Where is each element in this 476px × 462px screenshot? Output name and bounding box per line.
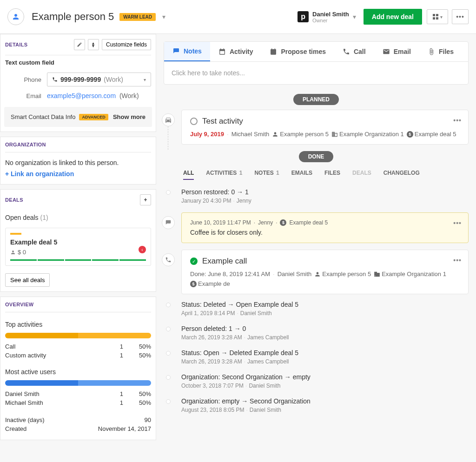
activity-author: Michael Smith [231,131,270,138]
tab-activity[interactable]: Activity [210,42,262,61]
car-icon [162,113,175,126]
note-icon [172,47,180,55]
filter-files[interactable]: FILES [324,170,340,180]
inactive-row: Inactive (days) 90 [5,416,151,424]
organization-title: ORGANIZATION [5,142,46,147]
smart-data-label: Smart Contact Data Info [11,113,75,120]
show-more-button[interactable]: Show more [113,113,145,120]
pipedrive-logo-icon: p [298,11,309,22]
log-title: Person restored: 0 → 1 [181,188,469,196]
filter-notes[interactable]: NOTES 1 [254,170,279,180]
top-activities-label: Top activities [5,321,151,328]
see-all-deals-button[interactable]: See all deals [5,273,50,287]
filter-activities[interactable]: ACTIVITIES 1 [206,170,242,180]
building-icon [374,271,380,277]
owner-name: Daniel Smith [312,11,349,18]
layout-toggle-button[interactable]: ▾ [427,9,448,24]
log-title: Organization: Second Organization → empt… [181,373,469,381]
edit-button[interactable] [74,39,85,50]
lead-badge: WARM LEAD [119,13,156,21]
tab-files[interactable]: Files [419,42,462,61]
timeline-dot [166,351,171,356]
activity-checkbox[interactable] [190,118,198,125]
activity-title: Test activity [202,117,243,126]
compose-card: Notes Activity Propose times Call Email [164,41,469,85]
deal-progress [10,259,146,261]
person-avatar[interactable] [7,8,24,25]
card-more-button[interactable]: ••• [453,257,462,264]
email-link[interactable]: example5@person.com [47,92,116,99]
page-header: Example person 5 WARM LEAD ▾ p Daniel Sm… [0,0,476,34]
sidebar: DETAILS ▴▾ Customize fields Text custom … [0,34,156,445]
timeline-dot [166,303,171,307]
overview-panel: OVERVIEW Top activities Call 1 50% Custo… [0,297,156,440]
filter-deals[interactable]: DEALS [352,170,371,180]
svg-rect-2 [433,17,435,20]
tab-call[interactable]: Call [334,42,374,61]
open-deals-count: (1) [40,214,48,221]
call-title: Example call [202,257,247,266]
add-deal-icon-button[interactable]: + [140,194,151,205]
tab-notes[interactable]: Notes [164,42,210,61]
overview-row: Daniel Smith 1 50% [5,389,151,398]
reorder-button[interactable]: ▴▾ [88,39,99,50]
activities-bar [5,333,151,338]
log-item: Person restored: 0 → 1 January 20 4:30 P… [164,188,469,204]
more-options-button[interactable]: ••• [452,9,469,24]
person-dropdown[interactable]: ▾ [160,11,167,22]
planned-activity-card[interactable]: ••• Test activity July 9, 2019 · Michael… [181,110,469,145]
deal-card[interactable]: Example deal 5 $ 0 ‹ [5,228,151,266]
svg-rect-1 [436,14,438,16]
sort-icon: ▴▾ [92,42,94,47]
note-input[interactable]: Click here to take notes... [164,62,468,84]
filter-emails[interactable]: EMAILS [291,170,312,180]
filter-all[interactable]: ALL [183,170,194,180]
chevron-down-icon: ▾ [353,13,356,20]
smart-contact-data: Smart Contact Data Info ADVANCED Show mo… [4,107,152,127]
schedule-icon [270,48,277,55]
call-timeline-icon [162,253,175,266]
note-card[interactable]: ••• June 10, 2019 11:47 PM· Jenny· $Exam… [181,212,469,243]
customize-fields-button[interactable]: Customize fields [102,39,151,50]
note-timeline-icon [162,216,175,229]
log-title: Person deleted: 1 → 0 [181,325,469,332]
deals-panel: DEALS + Open deals (1) Example deal 5 $ … [0,189,156,292]
deals-title: DEALS [5,197,23,203]
custom-field-label: Text custom field [0,55,156,70]
deal-icon: $ [280,219,286,226]
add-deal-button[interactable]: Add new deal [364,9,422,25]
person-icon [12,13,20,21]
tab-propose[interactable]: Propose times [261,42,334,61]
link-organization-button[interactable]: + Link an organization [0,170,156,184]
overview-title: OVERVIEW [5,302,34,307]
phone-icon [52,77,58,82]
phone-icon [343,48,350,55]
ellipsis-icon: ••• [456,13,464,20]
owner-selector[interactable]: p Daniel Smith Owner ▾ [298,11,356,23]
organization-panel: ORGANIZATION No organization is linked t… [0,137,156,185]
log-title: Organization: empty → Second Organizatio… [181,397,469,405]
call-card[interactable]: ••• ✓ Example call Done: June 8, 2019 12… [181,250,469,294]
pencil-icon [77,42,82,47]
planned-pill: PLANNED [293,94,339,105]
deal-icon: $ [407,131,413,138]
filter-changelog[interactable]: CHANGELOG [383,170,420,180]
details-title: DETAILS [5,42,27,47]
log-title: Status: Open → Deleted Example deal 5 [181,349,469,356]
activity-checkbox-done[interactable]: ✓ [190,257,198,265]
owner-role: Owner [312,18,349,23]
filter-tabs: ALL ACTIVITIES 1 NOTES 1 EMAILS FILES DE… [183,170,469,180]
plus-icon: + [144,197,147,203]
tab-email[interactable]: Email [374,42,419,61]
phone-label: Phone [5,76,47,83]
card-more-button[interactable]: ••• [453,117,462,124]
phone-select[interactable]: 999-999-9999 (Work) [47,73,151,86]
main-content: Notes Activity Propose times Call Email [156,34,476,445]
activity-date: July 9, 2019 [190,131,224,138]
card-more-button[interactable]: ••• [453,219,462,227]
deal-name: Example deal 5 [10,238,146,246]
overview-row: Custom activity 1 50% [5,351,151,360]
deal-icon: $ [190,281,197,287]
advanced-badge: ADVANCED [79,114,108,120]
no-org-text: No organization is linked to this person… [0,152,156,170]
